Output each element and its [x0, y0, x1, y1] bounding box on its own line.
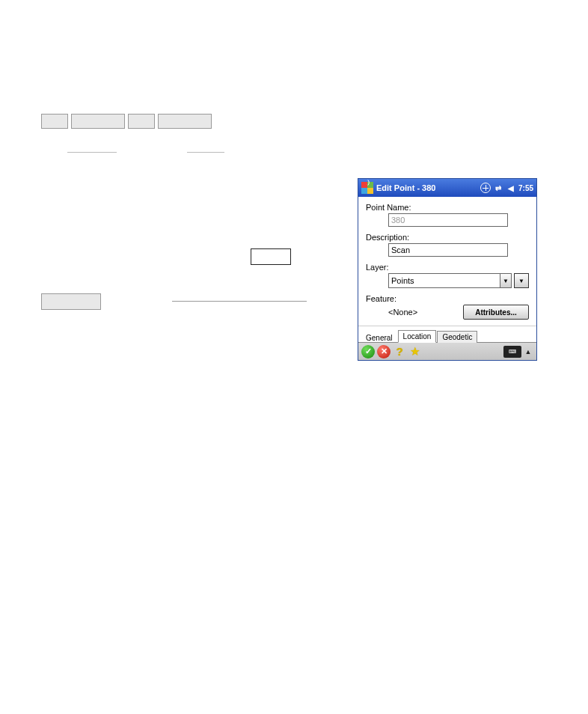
form-body: Point Name: Description: Layer: Points ▼…	[358, 197, 536, 326]
ok-button[interactable]: ✓	[361, 345, 375, 358]
placeholder-mid-box	[251, 248, 291, 265]
status-icon[interactable]	[480, 183, 491, 193]
up-arrow-icon[interactable]: ▲	[523, 346, 533, 358]
tab-geodetic[interactable]: Geodetic	[437, 331, 477, 343]
point-name-label: Point Name:	[366, 203, 529, 212]
speaker-icon[interactable]	[506, 183, 516, 193]
layer-select-value: Points	[391, 276, 414, 285]
placeholder-box	[41, 114, 68, 129]
pda-window: Edit Point - 380 7:55 Point Name: Descri…	[358, 178, 537, 361]
description-label: Description:	[366, 233, 529, 242]
connectivity-icon[interactable]	[493, 183, 503, 193]
help-button[interactable]: ?	[393, 345, 406, 358]
placeholder-lower-box	[41, 293, 101, 310]
title-bar: Edit Point - 380 7:55	[358, 179, 536, 197]
attributes-button[interactable]: Attributes...	[463, 305, 529, 320]
description-input[interactable]	[388, 243, 508, 257]
point-name-input	[388, 213, 508, 227]
layer-dropdown-button[interactable]: ▼	[500, 273, 512, 288]
placeholder-lower-line	[172, 301, 307, 302]
system-tray: 7:55	[480, 183, 533, 193]
clock[interactable]: 7:55	[518, 184, 533, 192]
bottom-toolbar: ✓ ✕ ? ★ ⌨ ▲	[358, 342, 536, 360]
placeholder-top-boxes	[41, 114, 212, 129]
placeholder-box	[128, 114, 155, 129]
placeholder-lines	[67, 142, 224, 156]
layer-label: Layer:	[366, 263, 529, 272]
placeholder-box	[158, 114, 212, 129]
keyboard-icon[interactable]: ⌨	[503, 346, 521, 358]
tab-bar: General Location Geodetic	[358, 326, 536, 342]
layer-select[interactable]: Points	[388, 273, 500, 288]
feature-value: <None>	[388, 308, 463, 317]
cancel-button[interactable]: ✕	[377, 345, 391, 358]
tab-location[interactable]: Location	[398, 330, 437, 343]
tab-general[interactable]: General	[361, 332, 397, 344]
layer-browse-button[interactable]: ▼	[514, 273, 529, 288]
placeholder-box	[71, 114, 125, 129]
favorites-button[interactable]: ★	[408, 345, 422, 358]
window-title: Edit Point - 380	[376, 183, 480, 192]
feature-label: Feature:	[366, 294, 529, 303]
